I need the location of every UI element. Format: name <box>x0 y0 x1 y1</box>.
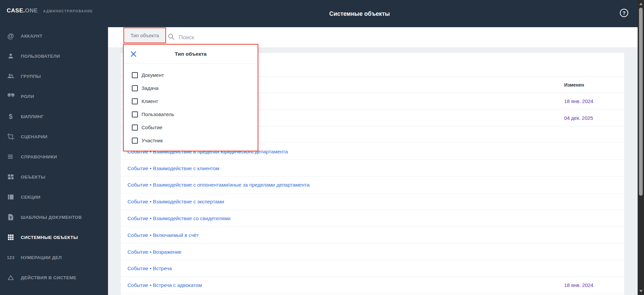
sidebar-item-label: СПРАВОЧНИКИ <box>21 154 57 159</box>
dollar-icon: $ <box>7 112 15 120</box>
sidebar-item-label: ПОЛЬЗОВАТЕЛИ <box>21 54 60 59</box>
sidebar-item-crop[interactable]: СЦЕНАРИИ <box>0 127 108 147</box>
sidebar-item-label: ДЕЙСТВИЯ В СИСТЕМЕ <box>21 275 76 280</box>
sidebar-item-label: АККАУНТ <box>21 34 43 39</box>
sidebar-item-label: ОБЪЕКТЫ <box>21 175 45 180</box>
popup-options-list: Документ Задача Клиент Пользователь Собы… <box>124 64 258 147</box>
popup-header: Тип объекта <box>124 45 258 64</box>
sidebar-item-triangle[interactable]: ДЕЙСТВИЯ В СИСТЕМЕ <box>0 267 108 288</box>
sidebar-item-label: БИЛЛИНГ <box>21 114 44 119</box>
doc-template-icon <box>7 213 15 221</box>
sidebar-item-label: СИСТЕМНЫЕ ОБЪЕКТЫ <box>21 235 78 240</box>
logo-secondary: ONE <box>25 7 38 14</box>
table-row[interactable]: Событие • Взаимодействие со свидетелями <box>121 210 624 227</box>
sidebar-item-label: НУМЕРАЦИИ ДЕЛ <box>21 255 62 260</box>
help-icon[interactable]: ? <box>620 9 628 17</box>
object-link[interactable]: Событие • Возражение <box>127 249 181 254</box>
triangle-icon <box>7 274 15 282</box>
filter-option[interactable]: Событие <box>124 121 258 134</box>
vertical-scrollbar[interactable] <box>638 0 644 295</box>
at-icon: @ <box>7 32 15 40</box>
sidebar-item-sections[interactable]: СЕКЦИИ <box>0 187 108 207</box>
filter-option-checkbox[interactable] <box>132 125 138 131</box>
filter-option-checkbox[interactable] <box>132 138 138 144</box>
blocks-icon <box>7 173 15 181</box>
filter-option[interactable]: Клиент <box>124 95 258 108</box>
object-type-filter-popup: Тип объекта Документ Задача Клиент Польз… <box>123 44 258 151</box>
modified-date: 18 янв. 2024 <box>564 282 593 288</box>
sidebar-item-blocks[interactable]: ОБЪЕКТЫ <box>0 167 108 187</box>
page-title: Системные объекты <box>329 10 390 17</box>
sidebar-item-label: ШАБЛОНЫ ДОКУМЕНТОВ <box>21 215 82 220</box>
sidebar-item-users[interactable]: ГРУППЫ <box>0 66 108 86</box>
sidebar: CASE.ONE АДМИНИСТРИРОВАНИЕ @ АККАУНТ ПОЛ… <box>0 0 108 295</box>
filter-option[interactable]: Участник <box>124 134 258 147</box>
filter-option-checkbox[interactable] <box>132 85 138 91</box>
logo-primary: CASE. <box>7 7 25 14</box>
object-type-filter-button[interactable]: Тип объекта <box>123 28 166 43</box>
sidebar-item-at[interactable]: @ АККАУНТ <box>0 26 108 46</box>
column-header-modified: Изменен <box>564 82 584 88</box>
filter-option-label: Документ <box>142 72 164 78</box>
table-row[interactable]: Событие • Встреча с адвокатом 18 янв. 20… <box>121 277 624 294</box>
table-row[interactable]: Событие • Взаимодействие с оппонентами/и… <box>121 177 624 193</box>
filter-option-label: Событие <box>142 125 162 130</box>
filter-option-label: Клиент <box>142 98 158 104</box>
filter-option[interactable]: Документ <box>124 68 258 82</box>
table-row[interactable]: Событие • Возражение <box>121 243 624 260</box>
object-link[interactable]: Событие • Взаимодействие с клиентом <box>127 165 219 171</box>
table-row[interactable]: Событие • Включаемый в счёт <box>121 227 624 243</box>
table-row[interactable]: Событие • Встреча <box>121 260 624 277</box>
app-logo: CASE.ONE АДМИНИСТРИРОВАНИЕ <box>7 7 93 14</box>
user-icon <box>7 52 15 60</box>
search-input[interactable] <box>178 34 287 41</box>
filter-option-label: Пользователь <box>142 111 174 117</box>
object-link[interactable]: Событие • Встреча <box>127 265 172 271</box>
object-link[interactable]: Событие • Взаимодействие со свидетелями <box>127 215 230 221</box>
grid-icon <box>7 233 15 241</box>
filter-option[interactable]: Задача <box>124 82 258 95</box>
sidebar-item-numbers-123[interactable]: 123 НУМЕРАЦИИ ДЕЛ <box>0 247 108 267</box>
sidebar-item-label: СЕКЦИИ <box>21 195 41 200</box>
filter-option-checkbox[interactable] <box>132 72 138 78</box>
object-link[interactable]: Событие • Взаимодействие с экспертами <box>127 199 224 204</box>
filter-option-label: Участник <box>142 138 163 143</box>
sidebar-item-user[interactable]: ПОЛЬЗОВАТЕЛИ <box>0 46 108 66</box>
sections-icon <box>7 193 15 201</box>
sidebar-item-label: ГРУППЫ <box>21 74 41 79</box>
sidebar-item-dollar[interactable]: $ БИЛЛИНГ <box>0 106 108 127</box>
sidebar-item-label: СЦЕНАРИИ <box>21 134 48 139</box>
crop-icon <box>7 133 15 141</box>
scrollbar-thumb[interactable] <box>639 8 643 196</box>
object-link[interactable]: Событие • Взаимодействие с оппонентами/и… <box>127 182 310 188</box>
object-link[interactable]: Событие • Встреча с адвокатом <box>127 282 202 288</box>
users-icon <box>7 72 15 80</box>
environment-label: АДМИНИСТРИРОВАНИЕ <box>43 9 93 13</box>
top-header-bar: Системные объекты ? <box>108 0 638 27</box>
table-row[interactable]: Событие • Взаимодействие с экспертами <box>121 193 624 210</box>
scroll-down-arrow-icon[interactable] <box>639 290 643 292</box>
modified-date: 18 янв. 2024 <box>564 98 593 104</box>
sidebar-item-grid[interactable]: СИСТЕМНЫЕ ОБЪЕКТЫ <box>0 227 108 247</box>
sidebar-item-doc-template[interactable]: ШАБЛОНЫ ДОКУМЕНТОВ <box>0 207 108 227</box>
search-icon <box>167 33 175 42</box>
sidebar-item-masks[interactable]: РОЛИ <box>0 86 108 106</box>
sidebar-nav: @ АККАУНТ ПОЛЬЗОВАТЕЛИ ГРУППЫ РОЛИ $ БИЛ… <box>0 26 108 288</box>
filter-option[interactable]: Пользователь <box>124 108 258 121</box>
filter-option-checkbox[interactable] <box>132 98 138 104</box>
modified-date: 04 дек. 2025 <box>564 115 593 121</box>
filter-option-label: Задача <box>142 85 158 91</box>
scroll-up-arrow-icon[interactable] <box>639 3 643 5</box>
object-link[interactable]: Событие • Включаемый в счёт <box>127 232 199 238</box>
table-row[interactable]: Событие • Взаимодействие с клиентом <box>121 160 624 177</box>
lines-icon <box>7 153 15 161</box>
filter-option-checkbox[interactable] <box>132 111 138 117</box>
sidebar-item-lines[interactable]: СПРАВОЧНИКИ <box>0 147 108 167</box>
popup-title: Тип объекта <box>175 51 207 57</box>
close-icon[interactable] <box>130 51 137 57</box>
sidebar-item-label: РОЛИ <box>21 94 34 99</box>
masks-icon <box>7 92 15 100</box>
numbers-123-icon: 123 <box>7 253 15 261</box>
